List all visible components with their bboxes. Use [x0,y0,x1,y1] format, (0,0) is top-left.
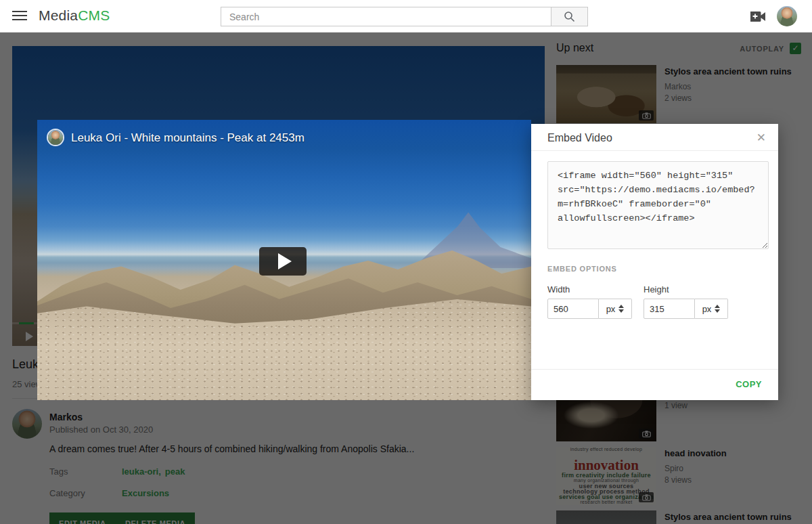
play-icon [278,253,292,269]
top-bar: MediaCMS [0,0,812,32]
avatar-photo [777,6,797,26]
preview-author-avatar[interactable] [47,129,64,146]
embed-options-label: EMBED OPTIONS [547,265,617,273]
logo-cms: CMS [78,7,110,23]
search-input[interactable] [221,7,551,26]
width-unit-select[interactable]: px [599,299,632,319]
preview-video-title: Leuka Ori - White mountains - Peak at 24… [71,131,304,145]
embed-video-dialog: Embed Video ✕ <iframe width="560" height… [531,124,778,400]
logo-media: Media [39,7,78,23]
width-label: Width [547,284,570,294]
dialog-footer: COPY [531,369,778,400]
avatar-photo [48,130,63,145]
dialog-title: Embed Video [547,132,612,144]
stepper-arrows-icon [618,305,624,313]
height-unit-value: px [702,304,712,314]
width-input[interactable] [547,299,599,319]
dialog-header: Embed Video ✕ [531,124,778,151]
height-unit-select[interactable]: px [695,299,728,319]
search-button[interactable] [551,7,588,26]
logo[interactable]: MediaCMS [39,7,110,24]
width-unit-value: px [606,304,616,314]
embed-video-preview[interactable]: Leuka Ori - White mountains - Peak at 24… [37,120,531,400]
search-icon [564,11,575,22]
close-icon[interactable]: ✕ [757,131,766,145]
menu-icon[interactable] [12,11,27,22]
play-button[interactable] [259,247,307,276]
height-label: Height [644,284,669,294]
copy-button[interactable]: COPY [736,379,762,389]
stepper-arrows-icon [715,305,720,313]
user-avatar[interactable] [777,6,797,26]
upload-video-icon[interactable] [750,11,766,25]
height-input[interactable] [644,299,695,319]
embed-code-textarea[interactable]: <iframe width="560" height="315" src="ht… [547,161,769,249]
